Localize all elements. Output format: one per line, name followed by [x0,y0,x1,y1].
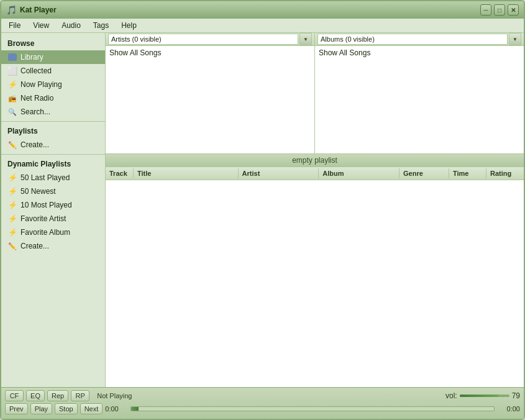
collected-label: Collected [21,66,52,75]
albums-dropdown[interactable]: Albums (0 visible) [317,34,508,45]
sidebar-separator-1 [1,121,105,122]
menu-tags[interactable]: Tags [88,20,114,31]
col-artist[interactable]: Artist [239,168,319,178]
create-dynamic-label: Create... [21,242,49,250]
create-dynamic-icon: ✏️ [7,241,17,251]
menu-view[interactable]: View [28,20,54,31]
search-label: Search... [21,107,50,116]
library-icon [7,52,17,62]
albums-list[interactable]: Show All Songs [315,46,524,153]
bottom-bar: CF EQ Rep RP Not Playing vol: 79 Prev Pl… [1,387,524,419]
dynamic-50-last-icon: ⚡ [7,173,17,183]
artists-header: Artists (0 visible) ▼ [106,33,314,46]
time-end: 0:00 [498,405,520,413]
sidebar-item-search[interactable]: 🔍 Search... [1,105,105,119]
prev-button[interactable]: Prev [5,403,28,414]
sidebar: Browse Library ⬜ Collected ⚡ Now Playing [1,33,106,387]
col-track[interactable]: Track [106,168,134,178]
sidebar-item-library[interactable]: Library [1,50,105,64]
sidebar-item-10-most-played[interactable]: ⚡ 10 Most Played [1,198,105,212]
albums-header: Albums (0 visible) ▼ [315,33,524,46]
close-button[interactable]: ✕ [508,4,519,16]
menu-help[interactable]: Help [116,20,142,31]
playlist-status-bar: empty playlist [106,154,524,167]
title-bar: 🎵 Kat Player ─ □ ✕ [1,1,524,19]
rep-button[interactable]: Rep [47,390,68,401]
artists-list[interactable]: Show All Songs [106,46,314,153]
menu-file[interactable]: File [4,20,25,31]
sidebar-item-50-newest[interactable]: ⚡ 50 Newest [1,185,105,198]
maximize-button[interactable]: □ [494,4,505,16]
col-genre[interactable]: Genre [399,168,449,178]
albums-show-all[interactable]: Show All Songs [315,47,524,58]
browser-row: Artists (0 visible) ▼ Show All Songs Alb… [106,33,524,154]
sidebar-item-create-playlist[interactable]: ✏️ Create... [1,138,105,152]
net-radio-label: Net Radio [21,94,53,103]
time-start: 0:00 [105,405,127,413]
window-controls: ─ □ ✕ [480,4,519,16]
col-rating[interactable]: Rating [486,168,524,178]
albums-dropdown-arrow[interactable]: ▼ [509,33,521,45]
dynamic-fav-album-icon: ⚡ [7,227,17,237]
50-newest-label: 50 Newest [21,187,56,196]
minimize-button[interactable]: ─ [480,4,491,16]
search-icon: 🔍 [7,107,17,117]
now-playing-icon: ⚡ [7,80,17,89]
dynamic-fav-artist-icon: ⚡ [7,214,17,224]
create-playlist-icon: ✏️ [7,140,17,150]
dynamic-10-most-icon: ⚡ [7,200,17,210]
50-last-played-label: 50 Last Played [21,173,70,182]
create-playlist-label: Create... [21,140,49,149]
favorite-album-label: Favorite Album [21,228,70,237]
sidebar-item-collected[interactable]: ⬜ Collected [1,64,105,78]
net-radio-icon: 📻 [7,93,17,103]
sidebar-item-net-radio[interactable]: 📻 Net Radio [1,91,105,105]
main-window: 🎵 Kat Player ─ □ ✕ File View Audio Tags … [0,0,525,420]
play-button[interactable]: Play [30,403,52,414]
browse-section-title: Browse [1,37,105,50]
rp-button[interactable]: RP [71,390,89,401]
next-button[interactable]: Next [80,403,103,414]
sidebar-item-favorite-artist[interactable]: ⚡ Favorite Artist [1,212,105,226]
sidebar-item-50-last-played[interactable]: ⚡ 50 Last Played [1,171,105,185]
library-label: Library [21,53,43,62]
progress-bar[interactable] [130,406,495,411]
playlists-section-title: Playlists [1,124,105,138]
stop-button[interactable]: Stop [55,403,78,414]
albums-panel: Albums (0 visible) ▼ Show All Songs [315,33,524,153]
volume-fill [460,395,499,397]
app-icon: 🎵 [6,5,16,15]
now-playing-text: Not Playing [92,392,443,399]
col-time[interactable]: Time [449,168,486,178]
artists-dropdown-arrow[interactable]: ▼ [299,33,312,45]
artists-dropdown[interactable]: Artists (0 visible) [108,34,298,45]
playlist-content[interactable] [106,180,524,387]
artists-show-all[interactable]: Show All Songs [106,47,314,58]
controls-row: CF EQ Rep RP Not Playing vol: 79 [5,390,520,401]
window-title: Kat Player [20,6,480,14]
sidebar-separator-2 [1,154,105,155]
sidebar-item-favorite-album[interactable]: ⚡ Favorite Album [1,226,105,239]
sidebar-item-now-playing[interactable]: ⚡ Now Playing [1,78,105,91]
playlist-columns: Track Title Artist Album Genre Time Rati… [106,167,524,180]
menu-audio[interactable]: Audio [57,20,86,31]
vol-label: vol: [445,391,457,400]
cf-button[interactable]: CF [5,390,24,401]
menu-bar: File View Audio Tags Help [1,19,524,33]
content-area: Artists (0 visible) ▼ Show All Songs Alb… [106,33,524,387]
favorite-artist-label: Favorite Artist [21,214,66,223]
dynamic-playlists-section-title: Dynamic Playlists [1,157,105,171]
collected-icon: ⬜ [7,66,17,76]
progress-row: 0:00 0:00 [105,405,520,413]
col-album[interactable]: Album [319,168,399,178]
col-title[interactable]: Title [134,168,239,178]
10-most-played-label: 10 Most Played [21,201,72,209]
main-area: Browse Library ⬜ Collected ⚡ Now Playing [1,33,524,387]
playlist-status: empty playlist [292,156,337,165]
playback-controls-row: Prev Play Stop Next 0:00 0:00 [5,403,520,414]
eq-button[interactable]: EQ [26,390,45,401]
now-playing-label: Now Playing [21,80,62,89]
volume-area: vol: 79 [445,391,520,400]
sidebar-item-create-dynamic[interactable]: ✏️ Create... [1,239,105,253]
volume-slider[interactable] [460,395,509,397]
